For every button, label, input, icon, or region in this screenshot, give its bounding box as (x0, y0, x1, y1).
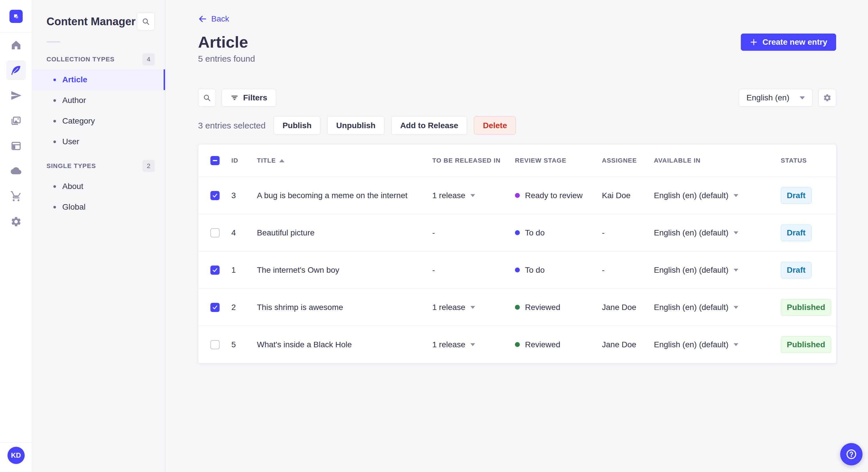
cell-assignee: - (602, 228, 654, 237)
nav-rail: KD (0, 0, 32, 472)
locale-caret (734, 231, 738, 234)
bullet-icon (53, 99, 56, 102)
table-row[interactable]: 5 What's inside a Black Hole 1 release R… (198, 326, 836, 363)
delete-button[interactable]: Delete (474, 116, 516, 135)
subnav-content-manager: Content Manager COLLECTION TYPES 4 Artic… (32, 0, 165, 472)
cell-title: This shrimp is awesome (257, 303, 432, 312)
sidebar-item-global[interactable]: Global (32, 197, 165, 217)
strapi-logo-icon (12, 12, 20, 21)
cell-id: 5 (231, 340, 257, 349)
table-row[interactable]: 1 The internet's Own boy - To do - Engli… (198, 251, 836, 289)
subnav-search-button[interactable] (137, 12, 155, 30)
cell-released[interactable]: - (432, 228, 515, 237)
column-header-available[interactable]: AVAILABLE IN (654, 157, 781, 164)
feather-icon[interactable] (6, 61, 26, 80)
add-to-release-button[interactable]: Add to Release (391, 116, 467, 135)
locale-select[interactable]: English (en) (739, 89, 813, 107)
sidebar-item-label: User (62, 137, 79, 146)
stage-dot (515, 305, 520, 310)
column-header-assignee[interactable]: ASSIGNEE (602, 157, 654, 164)
row-checkbox[interactable] (210, 340, 220, 349)
status-badge: Draft (781, 187, 811, 204)
sidebar-item-label: About (62, 182, 83, 191)
cell-stage: Ready to review (515, 191, 602, 200)
bullet-icon (53, 78, 56, 81)
filter-icon (230, 94, 239, 102)
paper-plane-icon[interactable] (6, 86, 26, 105)
filters-button[interactable]: Filters (222, 89, 276, 107)
cell-title: Beautiful picture (257, 228, 432, 237)
collection-types-count: 4 (143, 53, 155, 65)
plus-icon (750, 38, 758, 46)
gear-icon[interactable] (6, 212, 26, 231)
locale-caret (734, 343, 738, 346)
status-badge: Published (781, 299, 831, 316)
avatar[interactable]: KD (7, 447, 25, 464)
table-row[interactable]: 4 Beautiful picture - To do - English (e… (198, 214, 836, 251)
help-button[interactable] (840, 443, 863, 465)
back-link[interactable]: Back (198, 14, 229, 24)
cell-assignee: Jane Doe (602, 303, 654, 312)
column-header-released[interactable]: TO BE RELEASED IN (432, 157, 515, 164)
publish-button[interactable]: Publish (274, 116, 320, 135)
cell-released[interactable]: 1 release (432, 303, 515, 312)
row-checkbox[interactable] (210, 266, 220, 275)
indeterminate-icon (213, 160, 217, 161)
row-checkbox[interactable] (210, 228, 220, 237)
bullet-icon (53, 120, 56, 123)
cell-available[interactable]: English (en) (default) (654, 340, 781, 349)
cloud-icon[interactable] (6, 162, 26, 181)
table-row[interactable]: 2 This shrimp is awesome 1 release Revie… (198, 289, 836, 326)
table-row[interactable]: 3 A bug is becoming a meme on the intern… (198, 177, 836, 214)
locale-caret (734, 306, 738, 309)
sidebar-item-article[interactable]: Article (32, 69, 165, 90)
home-icon[interactable] (6, 35, 26, 55)
create-new-entry-button[interactable]: Create new entry (741, 34, 836, 51)
sidebar-item-author[interactable]: Author (32, 90, 165, 111)
cell-stage: To do (515, 266, 602, 275)
sort-asc-icon (279, 159, 284, 162)
images-icon[interactable] (6, 111, 26, 131)
view-settings-button[interactable] (818, 89, 836, 107)
cell-available[interactable]: English (en) (default) (654, 191, 781, 200)
layout-icon[interactable] (6, 136, 26, 156)
single-types-label: SINGLE TYPES (46, 162, 96, 170)
row-checkbox[interactable] (210, 191, 220, 200)
sidebar-item-label: Global (62, 202, 86, 212)
column-header-title[interactable]: TITLE (257, 157, 432, 164)
row-checkbox[interactable] (210, 303, 220, 312)
sidebar-item-category[interactable]: Category (32, 111, 165, 131)
column-header-id[interactable]: ID (231, 157, 257, 164)
select-all-checkbox[interactable] (210, 156, 220, 165)
sidebar-item-about[interactable]: About (32, 176, 165, 197)
unpublish-button[interactable]: Unpublish (327, 116, 384, 135)
bullet-icon (53, 140, 56, 143)
column-header-stage[interactable]: REVIEW STAGE (515, 157, 602, 164)
rail-divider-bottom (0, 442, 32, 443)
cell-available[interactable]: English (en) (default) (654, 266, 781, 275)
search-icon (203, 94, 211, 102)
cell-released[interactable]: - (432, 266, 515, 275)
sidebar-item-user[interactable]: User (32, 131, 165, 152)
chevron-down-icon (800, 96, 805, 100)
cell-assignee: Kai Doe (602, 191, 654, 200)
page-title: Article (198, 33, 255, 51)
cell-released[interactable]: 1 release (432, 340, 515, 349)
cell-title: What's inside a Black Hole (257, 340, 432, 349)
strapi-logo[interactable] (9, 10, 23, 23)
locale-value: English (en) (747, 93, 789, 102)
cell-released[interactable]: 1 release (432, 191, 515, 200)
cell-title: The internet's Own boy (257, 266, 432, 275)
cell-available[interactable]: English (en) (default) (654, 303, 781, 312)
single-types-count: 2 (143, 160, 155, 172)
locale-caret (734, 194, 738, 197)
arrow-left-icon (198, 14, 207, 24)
release-caret (470, 194, 475, 197)
bullet-icon (53, 206, 56, 208)
cart-icon[interactable] (6, 187, 26, 206)
stage-dot (515, 193, 520, 198)
cell-stage: Reviewed (515, 340, 602, 349)
cell-available[interactable]: English (en) (default) (654, 228, 781, 237)
search-button[interactable] (198, 89, 216, 107)
column-header-status[interactable]: STATUS (781, 157, 836, 164)
